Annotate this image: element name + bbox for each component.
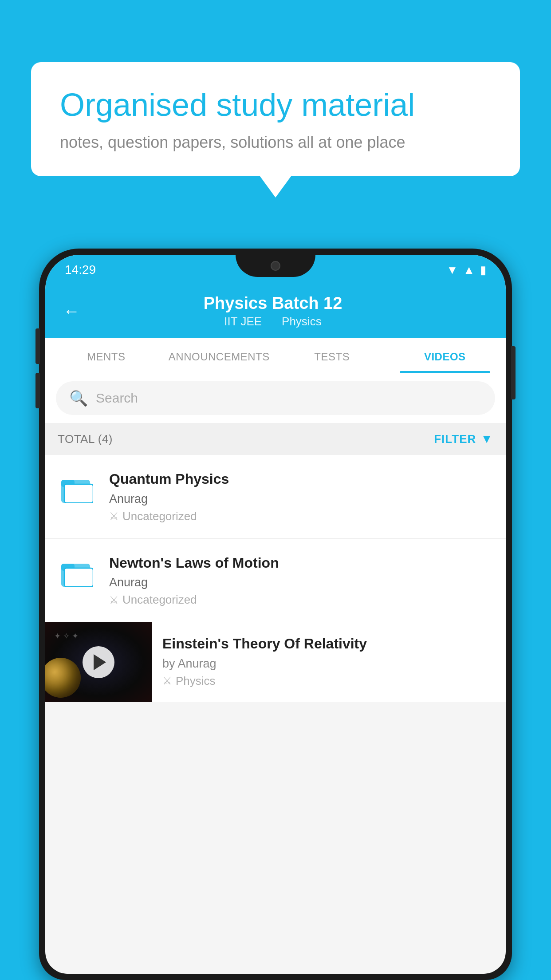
list-item[interactable]: Einstein's Theory Of Relativity by Anura…: [45, 622, 506, 702]
total-count: TOTAL (4): [58, 432, 113, 446]
video-info: Quantum Physics Anurag ⚔ Uncategorized: [109, 470, 493, 523]
video-author: Anurag: [109, 576, 493, 589]
video-tag-text: Uncategorized: [122, 593, 197, 607]
thumb-planet: [45, 658, 81, 698]
tab-ments[interactable]: MENTS: [50, 338, 163, 373]
header-subtitle: IIT JEE Physics: [93, 315, 453, 328]
phone-frame: 14:29 ▼ ▲ ▮ ← Physics Batch 12 IIT JEE: [39, 249, 512, 980]
power-button: [511, 346, 516, 399]
notch: [236, 255, 315, 277]
speech-bubble-section: Organised study material notes, question…: [31, 62, 520, 176]
play-triangle-icon: [94, 654, 106, 670]
search-input[interactable]: Search: [96, 391, 138, 406]
status-icons: ▼ ▲ ▮: [447, 263, 486, 277]
video-tag-text: Physics: [176, 674, 216, 688]
video-info: Einstein's Theory Of Relativity by Anura…: [152, 622, 506, 700]
tab-videos[interactable]: VIDEOS: [389, 338, 502, 373]
filter-row: TOTAL (4) FILTER ▼: [45, 423, 506, 455]
camera-dot: [271, 261, 280, 271]
video-tag: ⚔ Uncategorized: [109, 510, 493, 523]
play-button[interactable]: [83, 646, 114, 678]
header-subtitle-subject: Physics: [282, 315, 322, 328]
header-subtitle-course: IIT JEE: [224, 315, 262, 328]
tab-bar: MENTS ANNOUNCEMENTS TESTS VIDEOS: [45, 338, 506, 373]
speech-bubble: Organised study material notes, question…: [31, 62, 520, 176]
video-info: Newton's Laws of Motion Anurag ⚔ Uncateg…: [109, 554, 493, 607]
phone-inner: 14:29 ▼ ▲ ▮ ← Physics Batch 12 IIT JEE: [45, 255, 506, 974]
back-button[interactable]: ←: [63, 302, 80, 321]
video-title: Einstein's Theory Of Relativity: [162, 635, 495, 653]
search-bar-container: 🔍 Search: [45, 373, 506, 423]
tag-icon: ⚔: [162, 675, 172, 687]
video-author: by Anurag: [162, 657, 495, 671]
search-bar[interactable]: 🔍 Search: [56, 381, 495, 415]
phone-screen: 14:29 ▼ ▲ ▮ ← Physics Batch 12 IIT JEE: [45, 255, 506, 974]
video-list: Quantum Physics Anurag ⚔ Uncategorized: [45, 455, 506, 702]
header-center: Physics Batch 12 IIT JEE Physics: [93, 294, 453, 328]
filter-icon: ▼: [480, 432, 493, 446]
video-tag: ⚔ Physics: [162, 674, 495, 688]
status-time: 14:29: [65, 263, 96, 277]
signal-icon: ▲: [463, 263, 475, 277]
video-tag-text: Uncategorized: [122, 510, 197, 523]
volume-down-button: [35, 373, 40, 408]
list-item[interactable]: Quantum Physics Anurag ⚔ Uncategorized: [45, 455, 506, 539]
bubble-title: Organised study material: [60, 87, 491, 123]
filter-label: FILTER: [434, 432, 476, 446]
status-bar: 14:29 ▼ ▲ ▮: [45, 255, 506, 285]
video-title: Newton's Laws of Motion: [109, 554, 493, 573]
volume-up-button: [35, 328, 40, 364]
video-icon-container: [58, 470, 97, 503]
video-author: Anurag: [109, 492, 493, 506]
filter-button[interactable]: FILTER ▼: [434, 432, 493, 446]
folder-icon: [61, 473, 93, 503]
svg-rect-2: [64, 484, 93, 503]
search-icon: 🔍: [69, 389, 88, 407]
bubble-subtitle: notes, question papers, solutions all at…: [60, 133, 491, 152]
svg-rect-5: [64, 568, 93, 587]
wifi-icon: ▼: [447, 263, 458, 277]
video-thumbnail: [45, 622, 152, 702]
thumb-bg: [45, 622, 152, 702]
battery-icon: ▮: [480, 263, 486, 277]
tab-announcements[interactable]: ANNOUNCEMENTS: [163, 338, 276, 373]
app-header: ← Physics Batch 12 IIT JEE Physics: [45, 285, 506, 338]
video-icon-container: [58, 554, 97, 587]
list-item[interactable]: Newton's Laws of Motion Anurag ⚔ Uncateg…: [45, 539, 506, 623]
tab-tests[interactable]: TESTS: [276, 338, 389, 373]
tag-icon: ⚔: [109, 510, 119, 522]
folder-icon: [61, 557, 93, 587]
tag-icon: ⚔: [109, 594, 119, 606]
video-tag: ⚔ Uncategorized: [109, 593, 493, 607]
video-title: Quantum Physics: [109, 470, 493, 489]
header-title: Physics Batch 12: [93, 294, 453, 313]
